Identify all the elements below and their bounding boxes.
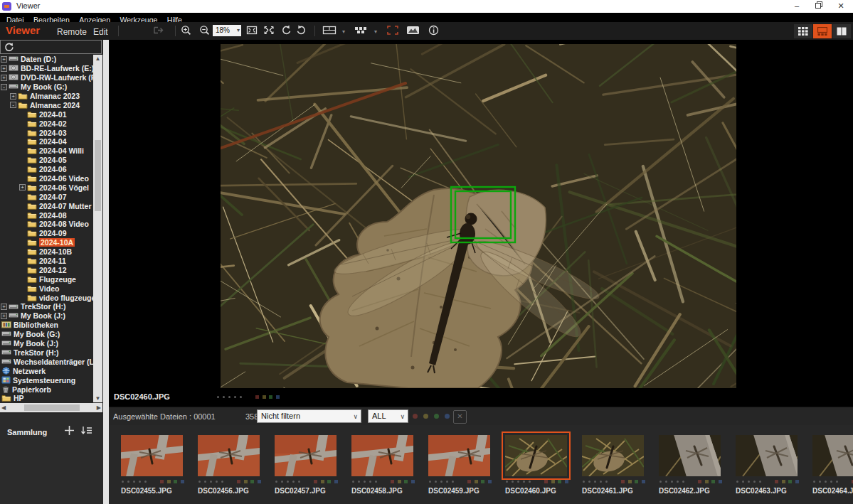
image-rating-labels[interactable] [217, 395, 282, 399]
scroll-right-arrow[interactable]: ▶ [97, 404, 101, 411]
rating-dot[interactable] [825, 481, 827, 483]
thumbnail-rating-labels[interactable] [122, 480, 187, 483]
label-color-tag[interactable] [642, 480, 645, 483]
label-color-tag[interactable] [334, 480, 338, 483]
label-color-filter[interactable] [413, 414, 455, 419]
label-color-tag[interactable] [711, 480, 715, 483]
label-color-tag[interactable] [404, 480, 408, 483]
rating-dot[interactable] [275, 481, 277, 483]
rating-dot[interactable] [517, 481, 519, 483]
tree-item-2024-03[interactable]: 2024-03 [0, 128, 93, 137]
thumbnail-image[interactable] [198, 435, 260, 476]
rating-dot[interactable] [440, 481, 443, 483]
thumbnail-image[interactable] [736, 435, 798, 476]
thumbnail-rating-labels[interactable] [506, 480, 571, 483]
add-collection-button[interactable] [64, 425, 75, 439]
label-color-tag[interactable] [314, 480, 317, 483]
tree-item-wechseldatentr-ger-l-[interactable]: Wechseldatenträger (L:) [0, 357, 93, 366]
label-color-tag[interactable] [467, 480, 471, 483]
label-color-tag[interactable] [411, 480, 415, 483]
rating-dot[interactable] [217, 396, 219, 398]
tree-item-2024-08[interactable]: 2024-08 [0, 210, 93, 220]
rating-dot[interactable] [512, 481, 514, 483]
label-color-tag[interactable] [174, 480, 177, 483]
label-color-tag[interactable] [475, 480, 478, 483]
thumbnail-dsc02456[interactable]: DSC02456.JPG [198, 425, 272, 504]
rating-dot[interactable] [216, 481, 218, 483]
label-color-tag[interactable] [551, 480, 555, 483]
expander-icon[interactable]: + [1, 75, 7, 81]
label-color-tag[interactable] [398, 480, 401, 483]
label-color-tag[interactable] [782, 480, 785, 483]
tree-item-papierkorb[interactable]: Papierkorb [0, 385, 93, 394]
rating-dot[interactable] [358, 481, 360, 483]
label-color-tag[interactable] [621, 480, 625, 483]
label-color-tag[interactable] [565, 480, 568, 483]
label-color-tag[interactable] [391, 480, 394, 483]
thumbnail-dsc02457[interactable]: DSC02457.JPG [275, 425, 349, 504]
rating-dot[interactable] [523, 481, 525, 483]
label-color-tag[interactable] [255, 395, 259, 399]
tree-item-flugzeuge[interactable]: Flugzeuge [0, 274, 93, 284]
label-color-tag[interactable] [269, 395, 272, 399]
tree-item-2024-10a[interactable]: 2024-10A [0, 238, 93, 247]
tree-item-2024-08-video[interactable]: 2024-08 Video [0, 220, 93, 229]
expander-icon[interactable]: - [10, 102, 16, 108]
panel-splitter[interactable] [103, 40, 109, 504]
main-photo-dragonfly[interactable] [221, 44, 736, 388]
label-color-tag[interactable] [795, 480, 799, 483]
label-color-tag[interactable] [321, 480, 324, 483]
label-color-tag[interactable] [719, 480, 722, 483]
thumbnail-dsc02459[interactable]: DSC02459.JPG [428, 425, 502, 504]
rating-dot[interactable] [298, 481, 300, 483]
rating-dot[interactable] [223, 396, 225, 398]
rating-dot[interactable] [742, 481, 744, 483]
tree-item-2024-11[interactable]: 2024-11 [0, 257, 93, 266]
tree-item-almanac-2024[interactable]: -Almanac 2024 [0, 100, 93, 109]
thumbnail-dsc02462[interactable]: DSC02462.JPG [659, 425, 733, 504]
rating-dot[interactable] [122, 481, 124, 483]
label-color-tag[interactable] [237, 480, 240, 483]
label-color-tag[interactable] [413, 414, 418, 419]
rating-dot[interactable] [127, 481, 129, 483]
expander-icon[interactable]: + [1, 56, 7, 63]
rating-dot[interactable] [429, 481, 431, 483]
label-color-tag[interactable] [544, 480, 548, 483]
tree-item-2024-04-willi[interactable]: 2024-04 Willi [0, 146, 93, 156]
expander-icon[interactable]: + [19, 184, 26, 191]
tree-item-trekstor-h-[interactable]: TrekStor (H:) [0, 348, 93, 358]
label-color-tag[interactable] [276, 395, 280, 399]
tree-item-2024-05[interactable]: 2024-05 [0, 156, 93, 165]
tree-item-my-book-g-[interactable]: My Book (G:) [0, 330, 93, 339]
tree-item-video[interactable]: Video [0, 284, 93, 293]
rating-dot[interactable] [600, 481, 602, 483]
actual-size-icon[interactable] [263, 25, 275, 38]
thumbnail-rating-labels[interactable] [583, 480, 648, 483]
label-color-tag[interactable] [258, 480, 261, 483]
thumbnail-grid-view-button[interactable] [794, 24, 812, 38]
thumbnail-rating-labels[interactable] [813, 480, 853, 483]
rating-dot[interactable] [139, 481, 141, 483]
rating-dot[interactable] [759, 481, 761, 483]
rating-dot[interactable] [210, 481, 212, 483]
table-view-icon[interactable] [322, 25, 337, 38]
label-color-tag[interactable] [445, 414, 450, 419]
scrollbar-thumb[interactable] [24, 404, 80, 411]
rating-dot[interactable] [198, 481, 201, 483]
thumbnail-image[interactable] [505, 435, 567, 476]
scroll-left-arrow[interactable]: ◀ [1, 404, 6, 411]
tree-vertical-scrollbar[interactable]: ▲ ▼ [93, 55, 102, 402]
rating-dot[interactable] [144, 481, 147, 483]
thumbnail-dsc02461[interactable]: DSC02461.JPG [582, 425, 656, 504]
file-type-dropdown[interactable]: ALL ∨ [368, 409, 408, 423]
label-color-tag[interactable] [705, 480, 709, 483]
zoom-in-icon[interactable] [181, 25, 192, 39]
image-filmstrip-view-button[interactable] [813, 24, 832, 38]
export-icon[interactable] [152, 25, 165, 38]
thumbnail-rating-labels[interactable] [198, 480, 264, 483]
rating-dot[interactable] [133, 481, 135, 483]
label-color-tag[interactable] [558, 480, 561, 483]
filter-dropdown[interactable]: Nicht filtern ∨ [257, 409, 361, 423]
sort-collection-button[interactable] [80, 425, 92, 439]
rating-dot[interactable] [240, 396, 242, 398]
